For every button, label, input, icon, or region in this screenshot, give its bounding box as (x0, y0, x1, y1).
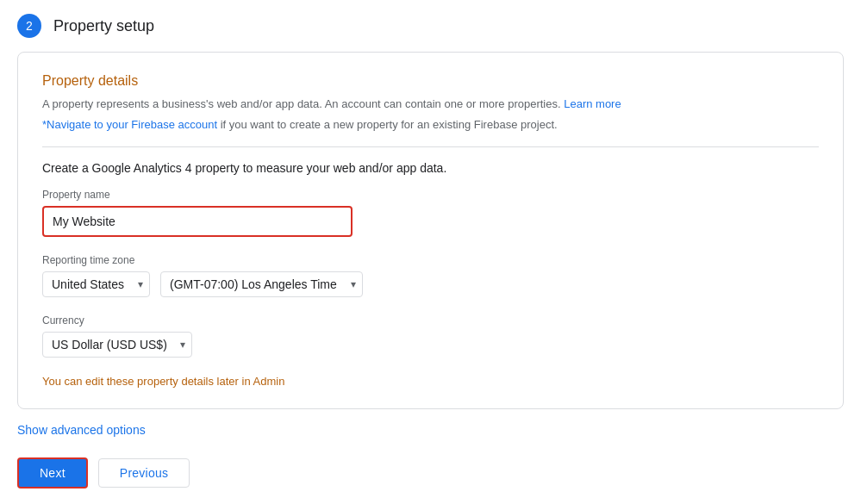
country-select-wrapper: United States ▾ (42, 271, 150, 297)
divider (42, 146, 819, 147)
currency-label: Currency (42, 314, 819, 327)
reporting-tz-label: Reporting time zone (42, 254, 819, 266)
advanced-options-link[interactable]: Show advanced options (17, 423, 146, 437)
ga4-description: Create a Google Analytics 4 property to … (42, 161, 819, 175)
currency-select-wrapper: US Dollar (USD US$) ▾ (42, 332, 192, 358)
timezone-select[interactable]: (GMT-07:00) Los Angeles Time (160, 271, 363, 297)
firebase-link[interactable]: *Navigate to your Firebase account (42, 118, 217, 131)
reporting-tz-group: Reporting time zone United States ▾ (GMT… (42, 254, 819, 297)
next-button[interactable]: Next (17, 457, 88, 488)
property-name-group: Property name (42, 189, 819, 237)
property-name-input[interactable] (42, 206, 353, 237)
edit-note: You can edit these property details late… (42, 375, 819, 388)
timezone-select-wrapper: (GMT-07:00) Los Angeles Time ▾ (160, 271, 363, 297)
country-select[interactable]: United States (42, 271, 150, 297)
step-header: 2 Property setup (17, 14, 844, 38)
currency-group: Currency US Dollar (USD US$) ▾ (42, 314, 819, 358)
step-title: Property setup (53, 17, 154, 35)
currency-select[interactable]: US Dollar (USD US$) (42, 332, 192, 358)
property-name-label: Property name (42, 189, 819, 201)
timezone-dropdown-row: United States ▾ (GMT-07:00) Los Angeles … (42, 271, 819, 297)
button-row: Next Previous (17, 457, 844, 488)
previous-button[interactable]: Previous (98, 458, 190, 488)
card-description-2: *Navigate to your Firebase account if yo… (42, 116, 819, 134)
step-badge: 2 (17, 14, 41, 38)
card-description-1: A property represents a business's web a… (42, 96, 819, 113)
property-setup-card: Property details A property represents a… (17, 52, 844, 409)
card-section-title: Property details (42, 73, 819, 89)
learn-more-link[interactable]: Learn more (564, 97, 621, 110)
